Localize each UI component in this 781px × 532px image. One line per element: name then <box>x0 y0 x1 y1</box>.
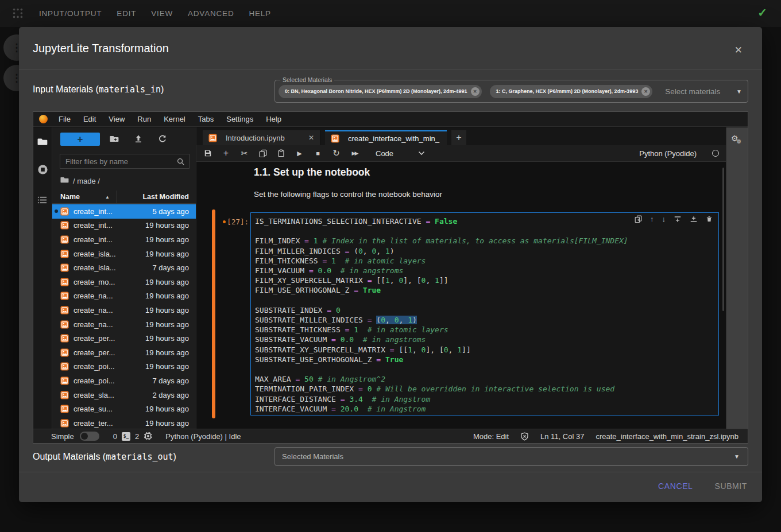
tab-close-icon[interactable]: ✕ <box>308 134 314 142</box>
file-row[interactable]: create_per...19 hours ago <box>52 345 196 360</box>
mode-indicator[interactable]: Mode: Edit <box>473 432 509 441</box>
breadcrumb-path: / made / <box>73 177 100 185</box>
new-folder-icon[interactable] <box>110 134 119 146</box>
cursor-position[interactable]: Ln 11, Col 37 <box>540 432 584 441</box>
chip-remove-icon[interactable]: ✕ <box>471 87 480 96</box>
chevron-down-icon[interactable] <box>418 151 425 156</box>
file-row[interactable]: create_na...19 hours ago <box>52 289 196 304</box>
submit-button[interactable]: SUBMIT <box>715 481 748 491</box>
lab-menu-item-file[interactable]: File <box>52 115 77 123</box>
breadcrumb[interactable]: / made / <box>60 176 100 186</box>
cancel-button[interactable]: CANCEL <box>658 481 693 491</box>
column-header-name[interactable]: Name ▲ <box>52 193 117 201</box>
app-grid-icon[interactable] <box>11 7 24 20</box>
table-of-contents-icon[interactable] <box>37 195 47 207</box>
shield-x-icon[interactable] <box>520 432 529 441</box>
file-browser-icon[interactable] <box>37 137 48 149</box>
material-chip[interactable]: 0: BN, Hexagonal Boron Nitride, HEX (P6/… <box>279 85 482 98</box>
cell-prompt: [27]: <box>215 218 249 226</box>
file-row[interactable]: create_su...19 hours ago <box>52 402 196 416</box>
kernel-name-button[interactable]: Python (Pyodide) <box>639 149 697 158</box>
simple-mode-toggle[interactable] <box>80 432 99 441</box>
lab-menu-item-edit[interactable]: Edit <box>77 115 102 123</box>
code-line: FILM_MILLER_INDICES = (0, 0, 1) <box>255 246 718 256</box>
file-row[interactable]: create_mo...19 hours ago <box>52 275 196 289</box>
file-row[interactable]: create_poi...7 days ago <box>52 374 196 388</box>
lab-menu-item-view[interactable]: View <box>102 115 131 123</box>
file-row[interactable]: create_ter...19 hours ago <box>52 416 196 429</box>
column-header-modified[interactable]: Last Modified <box>117 191 196 203</box>
kernel-status-text[interactable]: Python (Pyodide) | Idle <box>165 432 241 441</box>
code-cell-editor[interactable]: IS_TERMINATIONS_SELECTION_INTERACTIVE = … <box>250 212 719 415</box>
stop-icon[interactable]: ■ <box>314 150 322 157</box>
material-chip[interactable]: 1: C, Graphene, HEX (P6/mmm) 2D (Monolay… <box>490 85 653 98</box>
kernel-status-icon[interactable] <box>712 150 719 157</box>
top-menu-item-edit[interactable]: EDIT <box>117 9 136 18</box>
delete-cell-icon[interactable] <box>706 215 713 223</box>
refresh-icon[interactable] <box>158 134 167 146</box>
file-row[interactable]: create_na...19 hours ago <box>52 317 196 332</box>
lab-menu-item-run[interactable]: Run <box>131 115 157 123</box>
lab-menu-item-kernel[interactable]: Kernel <box>157 115 192 123</box>
notebook-icon <box>60 376 69 385</box>
dialog-actions: CANCEL SUBMIT <box>658 481 747 491</box>
notebook-icon <box>60 419 69 428</box>
insert-below-icon[interactable] <box>690 215 698 223</box>
running-kernels-icon[interactable] <box>37 164 48 177</box>
file-row[interactable]: create_isla...19 hours ago <box>52 247 196 261</box>
file-row[interactable]: create_poi...19 hours ago <box>52 360 196 374</box>
sessions-indicator[interactable]: 0 $_ 2 <box>113 432 153 441</box>
jupyterlite-logo <box>39 115 48 123</box>
cell-type-dropdown[interactable]: Code <box>376 149 393 158</box>
status-check-icon: ✓ <box>757 6 767 20</box>
output-materials-select[interactable]: Selected Materials ▼ <box>274 447 748 466</box>
gear-icon: ⚙ <box>737 138 742 145</box>
restart-run-all-icon[interactable]: ▶▶ <box>350 150 359 156</box>
selected-materials-select[interactable]: Selected Materials 0: BN, Hexagonal Boro… <box>274 80 748 103</box>
file-row[interactable]: create_int...19 hours ago <box>52 219 196 233</box>
filter-files-input[interactable] <box>60 154 189 168</box>
top-menu-item-input-output[interactable]: INPUT/OUTPUT <box>39 9 102 18</box>
jupyterlab-body: + <box>33 127 748 429</box>
chip-remove-icon[interactable]: ✕ <box>641 87 650 96</box>
copy-icon[interactable] <box>258 149 267 157</box>
lab-menu-item-settings[interactable]: Settings <box>220 115 260 123</box>
move-down-icon[interactable]: ↓ <box>662 215 666 223</box>
file-row[interactable]: create_sla...2 days ago <box>52 388 196 402</box>
new-launcher-button[interactable]: + <box>60 133 100 146</box>
file-row[interactable]: create_na...19 hours ago <box>52 303 196 317</box>
new-tab-button[interactable]: + <box>451 130 466 145</box>
file-row[interactable]: create_isla...7 days ago <box>52 261 196 275</box>
top-menu-item-view[interactable]: VIEW <box>151 9 173 18</box>
tab-create-interface[interactable]: create_interface_with_min_ <box>325 130 447 145</box>
cut-icon[interactable]: ✂ <box>240 149 249 158</box>
lab-menu-item-tabs[interactable]: Tabs <box>192 115 220 123</box>
restart-kernel-icon[interactable]: ↻ <box>332 148 341 158</box>
file-row[interactable]: create_per...19 hours ago <box>52 331 196 345</box>
insert-above-icon[interactable] <box>674 215 682 223</box>
gears-icon[interactable]: ⚙⚙ <box>731 133 744 143</box>
file-name: create_isla... <box>74 250 116 258</box>
file-row[interactable]: create_int...19 hours ago <box>52 232 196 247</box>
duplicate-cell-icon[interactable] <box>635 215 642 223</box>
upload-icon[interactable] <box>134 134 143 146</box>
file-row[interactable]: create_int...5 days ago <box>52 204 196 219</box>
run-icon[interactable]: ▶ <box>295 150 304 157</box>
top-menu-item-help[interactable]: HELP <box>249 9 270 18</box>
file-modified: 19 hours ago <box>145 419 189 428</box>
notebook-scrollbar[interactable] <box>722 168 724 311</box>
tab-introduction[interactable]: Introduction.ipynb ✕ <box>203 130 320 145</box>
open-file-dot <box>55 209 58 213</box>
cell-collapser-bar[interactable] <box>212 209 215 418</box>
top-menu-item-advanced[interactable]: ADVANCED <box>188 9 234 18</box>
move-up-icon[interactable]: ↑ <box>650 215 654 223</box>
status-bar: Simple 0 $_ 2 Python (Pyodide) | Idle Mo… <box>33 429 748 443</box>
input-materials-label: Input Materials (materials_in) <box>33 84 164 95</box>
dropdown-arrow-icon[interactable]: ▼ <box>736 88 742 95</box>
save-icon[interactable] <box>203 149 212 157</box>
lab-menu-item-help[interactable]: Help <box>260 115 288 123</box>
insert-cell-icon[interactable]: + <box>222 148 230 158</box>
paste-icon[interactable] <box>277 149 285 157</box>
code-line: FILM_USE_ORTHOGONAL_Z = True <box>255 285 718 295</box>
close-icon[interactable]: ✕ <box>734 44 743 56</box>
